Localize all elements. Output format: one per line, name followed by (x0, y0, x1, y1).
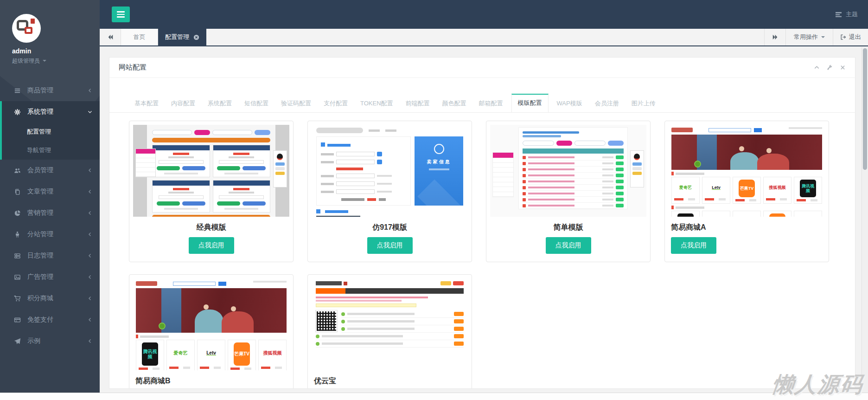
template-thumbnail-mall-b: 腾讯视频 爱奇艺 Letv 芒果TV 搜狐视频 (133, 278, 289, 370)
tab-mail[interactable]: 邮箱配置 (475, 95, 507, 112)
activate-button[interactable]: 点我启用 (546, 237, 591, 254)
page-bottom-strip (0, 393, 868, 400)
qr-code (316, 310, 337, 332)
sidebar-subitem-nav[interactable]: 导航管理 (2, 141, 100, 160)
sidebar-item-payment[interactable]: 免签支付 (0, 309, 100, 330)
main-content: 网站配置 基本配置 内容配置 系统配置 短信配置 (100, 47, 868, 400)
image-icon (13, 274, 21, 281)
video-logo: 芒果TV (234, 342, 250, 366)
sidebar-item-label: 系统管理 (27, 108, 53, 116)
template-name: 优云宝 (312, 376, 468, 386)
tabs-scroll-left-button[interactable] (100, 29, 121, 45)
logout-button[interactable]: 退出 (833, 29, 868, 45)
sidebar-subitem-config[interactable]: 配置管理 (2, 123, 100, 141)
tab-home[interactable]: 首页 (121, 29, 158, 45)
template-card: 腾讯视频 爱奇艺 Letv 芒果TV 搜狐视频 简易商城B 点我启用 (129, 274, 294, 389)
template-name: 简易商城A (669, 223, 825, 232)
sidebar-item-label: 积分商城 (27, 294, 53, 303)
sidebar-menu: 商品管理 系统管理 配置管理 (0, 80, 100, 352)
user-role-dropdown[interactable]: 超级管理员 (12, 57, 89, 65)
tabs-scroll-right-button[interactable] (764, 29, 785, 45)
wrench-icon[interactable] (827, 65, 833, 71)
sidebar-item-label: 日志管理 (27, 252, 53, 260)
video-logo: Letv (704, 179, 728, 196)
chevron-left-icon (88, 189, 92, 194)
sidebar-item-ads[interactable]: 广告管理 (0, 266, 100, 288)
sidebar-item-system[interactable]: 系统管理 (2, 101, 100, 123)
caret-down-icon (43, 60, 46, 64)
config-tabs: 基本配置 内容配置 系统配置 短信配置 验证码配置 支付配置 TOKEN配置 前… (109, 94, 855, 113)
video-logo: 搜狐视频 (796, 213, 820, 217)
sidebar: admin 超级管理员 商品管理 (0, 0, 100, 400)
template-thumbnail-youyunbao (312, 278, 468, 370)
scrollbar-thumb[interactable] (863, 48, 867, 170)
video-logo: 爱奇艺 (673, 179, 698, 196)
tab-color[interactable]: 颜色配置 (438, 95, 471, 112)
sidebar-item-substation[interactable]: 分站管理 (0, 224, 100, 245)
close-tab-icon[interactable] (193, 34, 199, 40)
tab-config-active[interactable]: 配置管理 (158, 29, 206, 45)
sidebar-active-group: 系统管理 配置管理 导航管理 (0, 101, 100, 160)
template-card: 卖家信息 仿917模版 点我启用 (307, 121, 472, 262)
theme-label: 主题 (846, 10, 858, 19)
template-name: 仿917模版 (312, 223, 468, 232)
sidebar-item-label: 广告管理 (27, 273, 53, 281)
paper-plane-icon (13, 338, 21, 345)
sidebar-user-card: admin 超级管理员 (0, 0, 100, 71)
sidebar-subitem-label: 导航管理 (27, 146, 51, 155)
tab-token[interactable]: TOKEN配置 (356, 95, 397, 112)
tab-upload[interactable]: 图片上传 (627, 95, 660, 112)
tab-wap[interactable]: WAP模版 (553, 95, 587, 112)
panel-header: 网站配置 (109, 58, 855, 78)
menu-toggle-button[interactable] (112, 6, 130, 22)
credit-card-icon (13, 316, 21, 323)
collapse-panel-icon[interactable] (814, 65, 820, 71)
video-logo: 腾讯视频 (800, 180, 816, 197)
gear-icon (13, 109, 21, 116)
list-icon (13, 87, 21, 94)
sidebar-item-members[interactable]: 会员管理 (0, 160, 100, 181)
tab-frontend[interactable]: 前端配置 (402, 95, 434, 112)
tab-content[interactable]: 内容配置 (167, 95, 199, 112)
sidebar-item-label: 示例 (27, 337, 40, 345)
sidebar-item-label: 会员管理 (27, 166, 53, 174)
seller-info-label: 卖家信息 (415, 159, 463, 165)
sidebar-item-label: 营销管理 (27, 209, 53, 217)
chevron-down-icon (88, 110, 92, 114)
avatar[interactable] (12, 14, 41, 43)
activate-button[interactable]: 点我启用 (671, 237, 716, 254)
template-card: 优云宝 点我启用 (307, 274, 472, 389)
theme-icon (835, 12, 842, 18)
activate-button[interactable]: 点我启用 (367, 237, 413, 254)
activate-button[interactable]: 点我启用 (189, 237, 234, 254)
person-icon (13, 231, 21, 238)
sidebar-item-logs[interactable]: 日志管理 (0, 245, 100, 266)
vertical-scrollbar[interactable] (862, 47, 868, 393)
tab-template[interactable]: 模版配置 (511, 94, 549, 113)
tab-sms[interactable]: 短信配置 (240, 95, 273, 112)
template-name: 经典模版 (133, 223, 289, 232)
close-panel-icon[interactable] (840, 65, 846, 71)
template-card: 爱奇艺 Letv 芒果TV 搜狐视频 腾讯视频 腾讯视频 爱奇艺 Letv 芒果… (664, 121, 829, 262)
video-logo: 芒果TV (769, 213, 785, 217)
users-icon (13, 167, 21, 174)
tab-payment[interactable]: 支付配置 (319, 95, 352, 112)
sidebar-item-goods[interactable]: 商品管理 (0, 80, 100, 101)
common-operations-dropdown[interactable]: 常用操作 (785, 29, 833, 45)
sidebar-item-label: 分站管理 (27, 230, 53, 239)
sidebar-item-articles[interactable]: 文章管理 (0, 181, 100, 202)
chevron-left-icon (88, 317, 92, 322)
sidebar-item-points-mall[interactable]: 积分商城 (0, 288, 100, 309)
cart-icon (13, 295, 21, 302)
sidebar-item-example[interactable]: 示例 (0, 330, 100, 352)
tab-basic[interactable]: 基本配置 (130, 95, 163, 112)
tab-system[interactable]: 系统配置 (204, 95, 236, 112)
template-thumbnail-classic (133, 125, 289, 217)
tab-captcha[interactable]: 验证码配置 (277, 95, 315, 112)
tab-register[interactable]: 会员注册 (591, 95, 623, 112)
sidebar-item-marketing[interactable]: 营销管理 (0, 202, 100, 224)
theme-button[interactable]: 主题 (835, 0, 858, 29)
template-card-grid: 经典模版 点我启用 (109, 113, 855, 389)
template-thumbnail-simple (490, 125, 646, 217)
chevron-left-icon (88, 253, 92, 258)
